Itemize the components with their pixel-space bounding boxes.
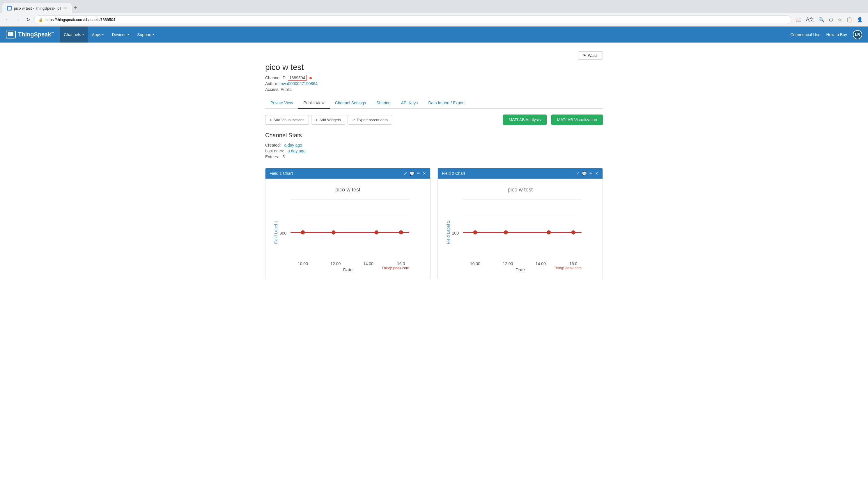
eye-icon: 👁 xyxy=(583,53,586,58)
reload-button[interactable]: ↻ xyxy=(24,15,32,24)
field2-comment-icon[interactable]: 💬 xyxy=(582,171,587,176)
page-content: 👁 Watch pico w test Channel ID: 1889504 … xyxy=(259,43,609,297)
field1-chart-widget: Field 1 Chart ⤢ 💬 ✏ ✕ pico w test Field … xyxy=(265,168,431,279)
svg-rect-0 xyxy=(8,7,11,9)
browser-tab[interactable]: pico w test - ThingSpeak IoT × xyxy=(2,3,72,13)
channel-id: 1889504 xyxy=(288,75,307,81)
field2-chart-svg: pico w test Field Label 2 100 10:00 12:0… xyxy=(442,183,598,273)
plus-icon-viz: + xyxy=(270,118,272,122)
svg-text:Date: Date xyxy=(343,267,353,272)
tab-data-import-export[interactable]: Data Import / Export xyxy=(423,98,470,109)
stats-title: Channel Stats xyxy=(265,132,603,139)
export-icon: ↗ xyxy=(352,118,355,122)
meta-info: Channel ID: 1889504 Author: mwa000002719… xyxy=(265,76,603,92)
last-entry-link[interactable]: a day ago xyxy=(288,149,306,153)
field2-point-2 xyxy=(504,231,508,235)
field2-chart-body: pico w test Field Label 2 100 10:00 12:0… xyxy=(438,178,602,279)
field1-close-icon[interactable]: ✕ xyxy=(422,171,426,176)
tab-sharing[interactable]: Sharing xyxy=(371,98,395,109)
forward-button[interactable]: → xyxy=(14,16,22,24)
zoom-icon[interactable]: 🔍 xyxy=(817,15,826,24)
tab-api-keys[interactable]: API Keys xyxy=(396,98,423,109)
matlab-analysis-button[interactable]: MATLAB Analysis xyxy=(503,114,547,125)
field1-chart-title: pico w test xyxy=(335,187,360,193)
charts-row: Field 1 Chart ⤢ 💬 ✏ ✕ pico w test Field … xyxy=(265,168,603,279)
user-avatar[interactable]: LR xyxy=(853,30,862,39)
apps-dropdown-arrow: ▾ xyxy=(102,33,104,36)
extensions-icon[interactable]: ⬡ xyxy=(827,15,835,24)
account-icon[interactable]: 👤 xyxy=(855,15,865,24)
field2-point-4 xyxy=(571,231,575,235)
favorites-icon[interactable]: ☆ xyxy=(836,15,844,24)
svg-text:10:00: 10:00 xyxy=(298,261,308,266)
reader-mode-icon[interactable]: 📖 xyxy=(794,15,803,24)
matlab-visualization-button[interactable]: MATLAB Visualization xyxy=(551,114,603,125)
collections-icon[interactable]: 📋 xyxy=(845,15,854,24)
channel-stats: Channel Stats Created: a day ago Last en… xyxy=(265,132,603,159)
tab-close-icon[interactable]: × xyxy=(64,5,67,11)
svg-rect-2 xyxy=(10,32,12,36)
field1-chart-icons: ⤢ 💬 ✏ ✕ xyxy=(404,171,426,176)
plus-icon-widget: + xyxy=(316,118,318,122)
nav-channels[interactable]: Channels ▾ xyxy=(60,26,88,43)
author-link[interactable]: mwa0000027190864 xyxy=(279,81,318,86)
field2-close-icon[interactable]: ✕ xyxy=(595,171,598,176)
tab-private-view[interactable]: Private View xyxy=(265,98,298,109)
export-recent-button[interactable]: ↗ Export recent data xyxy=(347,115,392,125)
field2-chart-header: Field 2 Chart ⤢ 💬 ✏ ✕ xyxy=(438,168,602,178)
back-button[interactable]: ← xyxy=(3,16,12,24)
nav-devices[interactable]: Devices ▾ xyxy=(108,26,133,43)
lock-icon: 🔒 xyxy=(39,18,43,22)
new-tab-button[interactable]: + xyxy=(72,2,79,13)
field1-point-2 xyxy=(332,231,336,235)
commercial-use-link[interactable]: Commercial Use xyxy=(790,33,820,37)
tabs-bar: Private View Public View Channel Setting… xyxy=(265,98,603,109)
tab-channel-settings[interactable]: Channel Settings xyxy=(330,98,371,109)
nav-support[interactable]: Support ▾ xyxy=(133,26,158,43)
svg-text:14:00: 14:00 xyxy=(363,261,373,266)
field1-point-1 xyxy=(301,231,305,235)
field1-expand-icon[interactable]: ⤢ xyxy=(404,171,407,176)
field1-point-3 xyxy=(374,231,379,235)
watch-button[interactable]: 👁 Watch xyxy=(578,51,603,60)
field1-edit-icon[interactable]: ✏ xyxy=(417,171,420,176)
author-row: Author: mwa0000027190864 xyxy=(265,81,603,86)
svg-rect-1 xyxy=(8,32,9,36)
nav-apps[interactable]: Apps ▾ xyxy=(88,26,108,43)
tab-public-view[interactable]: Public View xyxy=(298,98,330,109)
translate-icon[interactable]: A文 xyxy=(804,15,816,24)
address-bar[interactable]: 🔒 xyxy=(34,16,792,24)
field2-chart-icons: ⤢ 💬 ✏ ✕ xyxy=(576,171,598,176)
field2-point-1 xyxy=(473,231,477,235)
field2-expand-icon[interactable]: ⤢ xyxy=(576,171,579,176)
svg-text:12:00: 12:00 xyxy=(503,261,513,266)
url-input[interactable] xyxy=(45,18,787,22)
access-row: Access: Public xyxy=(265,87,603,92)
svg-text:100: 100 xyxy=(452,231,459,235)
created-row: Created: a day ago xyxy=(265,143,603,147)
main-nav: ThingSpeak™ Channels ▾ Apps ▾ Devices ▾ … xyxy=(0,26,868,43)
field2-chart-widget: Field 2 Chart ⤢ 💬 ✏ ✕ pico w test Field … xyxy=(437,168,603,279)
nav-items: Channels ▾ Apps ▾ Devices ▾ Support ▾ xyxy=(60,26,158,43)
field1-point-4 xyxy=(399,231,403,235)
svg-text:12:00: 12:00 xyxy=(330,261,341,266)
field1-y-label: Field Label 1 xyxy=(274,220,278,244)
svg-text:10:00: 10:00 xyxy=(470,261,480,266)
how-to-buy-link[interactable]: How to Buy xyxy=(826,33,847,37)
support-dropdown-arrow: ▾ xyxy=(153,33,154,36)
field1-chart-body: pico w test Field Label 1 300 10:00 12:0… xyxy=(266,178,430,279)
field2-edit-icon[interactable]: ✏ xyxy=(589,171,593,176)
devices-dropdown-arrow: ▾ xyxy=(128,33,129,36)
created-link[interactable]: a day ago xyxy=(284,143,302,147)
field2-watermark: ThingSpeak.com xyxy=(554,266,581,270)
tab-title: pico w test - ThingSpeak IoT xyxy=(14,6,62,10)
add-visualizations-button[interactable]: + Add Visualizations xyxy=(265,115,309,125)
add-widgets-button[interactable]: + Add Widgets xyxy=(311,115,345,125)
field1-comment-icon[interactable]: 💬 xyxy=(410,171,414,176)
logo-text: ThingSpeak™ xyxy=(18,31,54,38)
channel-id-row: Channel ID: 1889504 xyxy=(265,76,603,80)
logo-area[interactable]: ThingSpeak™ xyxy=(6,30,54,39)
svg-text:16:0: 16:0 xyxy=(569,261,577,266)
svg-text:14:00: 14:00 xyxy=(535,261,546,266)
field1-watermark: ThingSpeak.com xyxy=(382,266,409,270)
